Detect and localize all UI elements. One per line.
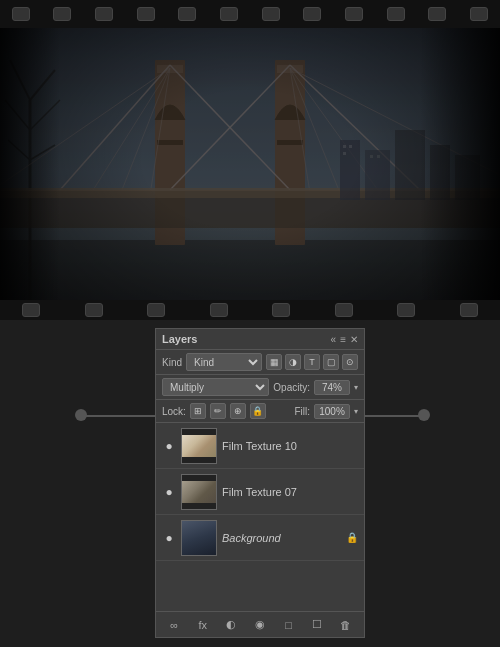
opacity-label: Opacity:: [273, 382, 310, 393]
lock-all-icon[interactable]: ⊞: [190, 403, 206, 419]
kind-type-icon[interactable]: T: [304, 354, 320, 370]
film-hole: [303, 7, 321, 21]
opacity-value[interactable]: 74%: [314, 380, 350, 395]
opacity-chevron-icon[interactable]: ▾: [354, 383, 358, 392]
film-hole: [345, 7, 363, 21]
film-hole: [220, 7, 238, 21]
layer-item[interactable]: ● Background 🔒: [156, 515, 364, 561]
film-hole: [178, 7, 196, 21]
new-group-button[interactable]: □: [279, 615, 299, 635]
film-hole: [335, 303, 353, 317]
lock-icon[interactable]: 🔒: [250, 403, 266, 419]
kind-label: Kind: [162, 357, 182, 368]
panel-header: Layers « ≡ ✕: [156, 329, 364, 350]
new-adjustment-button[interactable]: ◉: [250, 615, 270, 635]
film-hole: [147, 303, 165, 317]
film-hole: [22, 303, 40, 317]
lock-fill-row: Lock: ⊞ ✏ ⊕ 🔒 Fill: 100% ▾: [156, 400, 364, 423]
add-layer-style-button[interactable]: fx: [193, 615, 213, 635]
layer-thumb-film2: [182, 475, 216, 509]
layer-visibility-icon[interactable]: ●: [162, 485, 176, 499]
layer-thumbnail: [181, 474, 217, 510]
layer-thumbnail: [181, 428, 217, 464]
layer-name: Film Texture 10: [222, 440, 358, 452]
layer-visibility-icon[interactable]: ●: [162, 439, 176, 453]
fill-label: Fill:: [294, 406, 310, 417]
film-hole: [95, 7, 113, 21]
delete-layer-button[interactable]: 🗑: [336, 615, 356, 635]
layer-name: Background: [222, 532, 341, 544]
close-button[interactable]: ✕: [350, 334, 358, 345]
film-hole: [470, 7, 488, 21]
layer-visibility-icon[interactable]: ●: [162, 531, 176, 545]
kind-adjustment-icon[interactable]: ◑: [285, 354, 301, 370]
kind-smartobj-icon[interactable]: ⊙: [342, 354, 358, 370]
kind-shape-icon[interactable]: ▢: [323, 354, 339, 370]
layers-list: ● Film Texture 10 ● Film Texture 07 ● Ba…: [156, 423, 364, 561]
lock-label: Lock:: [162, 406, 186, 417]
add-mask-button[interactable]: ◐: [221, 615, 241, 635]
blend-opacity-row: Multiply Normal Screen Overlay Opacity: …: [156, 375, 364, 400]
layer-item[interactable]: ● Film Texture 07: [156, 469, 364, 515]
film-hole: [397, 303, 415, 317]
film-hole: [262, 7, 280, 21]
dark-left-overlay: [0, 0, 60, 320]
connector-right-dot: [418, 409, 430, 421]
film-hole: [85, 303, 103, 317]
canvas-preview: [0, 0, 500, 320]
film-hole: [12, 7, 30, 21]
panel-footer: ∞ fx ◐ ◉ □ ☐ 🗑: [156, 611, 364, 637]
film-hole: [53, 7, 71, 21]
kind-icons: ▦ ◑ T ▢ ⊙: [266, 354, 358, 370]
film-hole: [272, 303, 290, 317]
kind-pixel-icon[interactable]: ▦: [266, 354, 282, 370]
layer-thumb-film1: [182, 429, 216, 463]
blend-mode-select[interactable]: Multiply Normal Screen Overlay: [162, 378, 269, 396]
film-hole: [460, 303, 478, 317]
lock-pixels-icon[interactable]: ✏: [210, 403, 226, 419]
film-strip-bottom: [0, 300, 500, 320]
layer-name: Film Texture 07: [222, 486, 358, 498]
collapse-button[interactable]: «: [331, 334, 337, 345]
film-hole: [137, 7, 155, 21]
film-strip-top: [0, 0, 500, 28]
layer-item[interactable]: ● Film Texture 10: [156, 423, 364, 469]
film-hole: [387, 7, 405, 21]
dark-right-overlay: [420, 0, 500, 320]
layer-lock-icon: 🔒: [346, 532, 358, 543]
layers-panel: Layers « ≡ ✕ Kind Kind ▦ ◑ T ▢ ⊙ Multipl…: [155, 328, 365, 638]
film-hole: [210, 303, 228, 317]
connector-left-line: [80, 415, 155, 417]
panel-title: Layers: [162, 333, 197, 345]
kind-filter-row: Kind Kind ▦ ◑ T ▢ ⊙: [156, 350, 364, 375]
panel-header-icons: « ≡ ✕: [331, 334, 358, 345]
fill-chevron-icon[interactable]: ▾: [354, 407, 358, 416]
film-hole: [428, 7, 446, 21]
panel-menu-button[interactable]: ≡: [340, 334, 346, 345]
layer-thumbnail: [181, 520, 217, 556]
kind-select[interactable]: Kind: [186, 353, 262, 371]
fill-value[interactable]: 100%: [314, 404, 350, 419]
new-layer-button[interactable]: ☐: [307, 615, 327, 635]
link-layers-button[interactable]: ∞: [164, 615, 184, 635]
lock-position-icon[interactable]: ⊕: [230, 403, 246, 419]
layer-thumb-bg: [182, 521, 216, 555]
